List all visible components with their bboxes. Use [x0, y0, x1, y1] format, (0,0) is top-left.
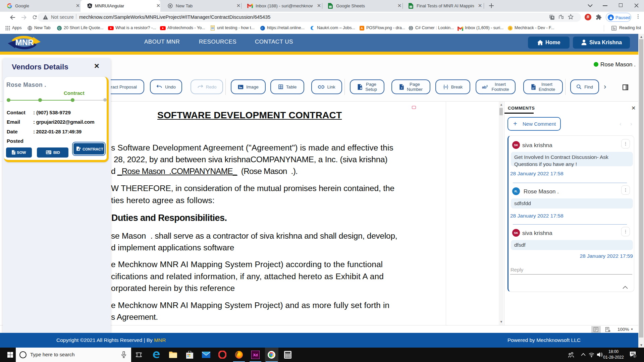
svg-text:MNR: MNR	[15, 38, 34, 47]
svg-text:Xd: Xd	[253, 353, 258, 357]
svg-text:1: 1	[634, 355, 636, 358]
svg-text:ab: ab	[482, 85, 486, 89]
